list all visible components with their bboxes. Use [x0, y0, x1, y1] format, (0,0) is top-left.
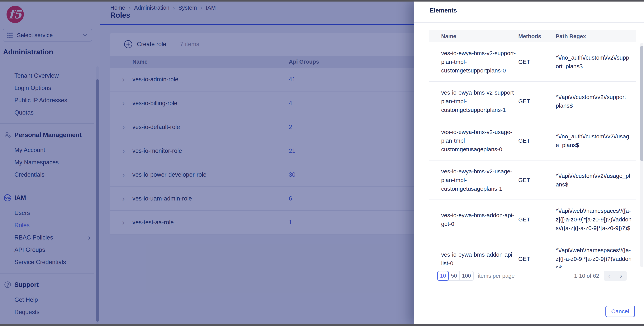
element-methods: GET — [518, 215, 556, 224]
element-name: ves-io-eywa-bms-addon-api-list-0 — [429, 250, 518, 268]
element-row: ves-io-eywa-bms-addon-api-list-0 GET ^\/… — [429, 239, 636, 268]
next-page-button[interactable]: › — [615, 271, 627, 281]
element-path-regex: ^\/api\/\/custom\/v2\/usage_plans$ — [556, 172, 636, 189]
element-row: ves-io-ewya-bms-v2-usage-plan-tmpl-custo… — [429, 160, 636, 200]
prev-page-button[interactable]: ‹ — [604, 271, 615, 281]
page-size-50-button[interactable]: 50 — [448, 271, 460, 281]
element-name: ves-io-ewya-bms-v2-support-plan-tmpl-cus… — [429, 88, 518, 114]
cancel-button[interactable]: Cancel — [606, 306, 635, 317]
element-methods: GET — [518, 176, 556, 184]
page-size-100-button[interactable]: 100 — [459, 271, 474, 281]
element-row: ves-io-eywa-bms-addon-api-get-0 GET ^\/a… — [429, 200, 636, 239]
screen: f5 Select service Administration Tenant … — [0, 0, 644, 326]
element-methods: GET — [518, 58, 556, 66]
window-top-strip — [0, 0, 644, 2]
element-path-regex: ^\/no_auth\/custom\/v2\/usage_plans$ — [556, 132, 636, 149]
panel-title: Elements — [430, 7, 457, 14]
pagination-nav: ‹ › — [604, 271, 627, 281]
element-name: ves-io-ewya-bms-v2-usage-plan-tmpl-custo… — [429, 128, 518, 153]
element-path-regex: ^\/api\/\/custom\/v2\/support_plans$ — [556, 93, 636, 110]
element-row: ves-io-ewya-bms-v2-support-plan-tmpl-cus… — [429, 42, 636, 82]
element-name: ves-io-ewya-bms-v2-support-plan-tmpl-cus… — [429, 49, 518, 75]
window-bottom-strip — [0, 324, 644, 326]
element-path-regex: ^\/no_auth\/custom\/v2\/support_plans$ — [556, 53, 636, 71]
divider — [414, 22, 644, 23]
panel-scrollbar-thumb[interactable] — [640, 46, 643, 161]
column-header-path-regex: Path Regex — [556, 33, 636, 40]
column-header-name: Name — [429, 33, 518, 40]
column-header-methods: Methods — [518, 33, 556, 40]
items-per-page-label: items per page — [478, 273, 515, 279]
page-size-10-button[interactable]: 10 — [437, 271, 449, 281]
panel-footer-divider — [414, 293, 644, 293]
elements-table-body: ves-io-ewya-bms-v2-support-plan-tmpl-cus… — [429, 42, 636, 268]
element-name: ves-io-ewya-bms-v2-usage-plan-tmpl-custo… — [429, 167, 518, 193]
elements-table-header: Name Methods Path Regex — [429, 30, 636, 42]
element-path-regex: ^\/api\/web\/namespaces\/([a-z]([-a-z0-9… — [556, 246, 636, 268]
element-path-regex: ^\/api\/web\/namespaces\/([a-z]([-a-z0-9… — [556, 206, 636, 232]
element-row: ves-io-ewya-bms-v2-usage-plan-tmpl-custo… — [429, 121, 636, 160]
pagination: 10 50 100 items per page 1-10 of 62 ‹ › — [437, 271, 627, 281]
chevron-right-icon: › — [620, 272, 622, 280]
pagination-range-label: 1-10 of 62 — [574, 273, 599, 279]
modal-dim-overlay[interactable] — [0, 0, 414, 326]
chevron-left-icon: ‹ — [608, 272, 610, 280]
element-name: ves-io-eywa-bms-addon-api-get-0 — [429, 211, 518, 228]
element-methods: GET — [518, 136, 556, 145]
element-row: ves-io-ewya-bms-v2-support-plan-tmpl-cus… — [429, 82, 636, 121]
elements-panel: Elements Name Methods Path Regex ves-io-… — [414, 0, 644, 326]
element-methods: GET — [518, 97, 556, 105]
element-methods: GET — [518, 254, 556, 263]
elements-table: Name Methods Path Regex ves-io-ewya-bms-… — [429, 30, 636, 268]
